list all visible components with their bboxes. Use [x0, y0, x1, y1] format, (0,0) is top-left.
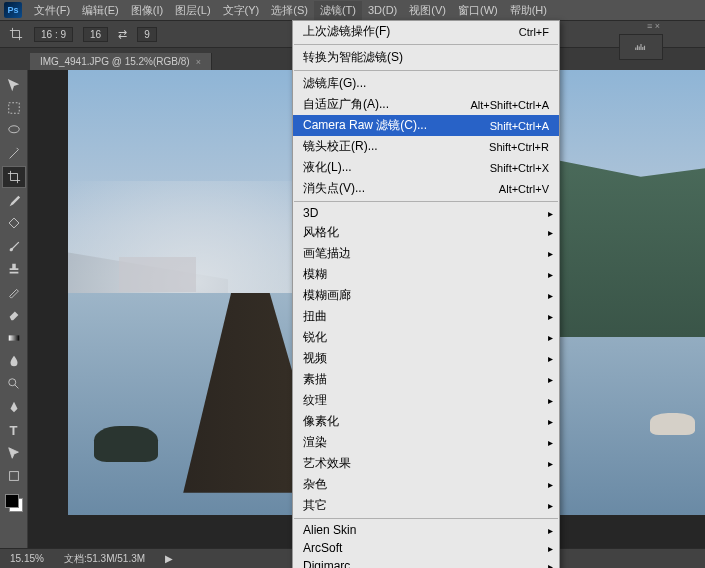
move-tool[interactable]: [2, 74, 26, 96]
menu-select[interactable]: 选择(S): [265, 1, 314, 20]
filter-menu-item-23[interactable]: Alien Skin: [293, 521, 559, 539]
menu-item-label: 3D: [303, 206, 318, 220]
menu-item-label: 扭曲: [303, 308, 327, 325]
menu-help[interactable]: 帮助(H): [504, 1, 553, 20]
menu-image[interactable]: 图像(I): [125, 1, 169, 20]
marquee-tool[interactable]: [2, 97, 26, 119]
menu-item-shortcut: Shift+Ctrl+A: [490, 120, 549, 132]
menu-item-shortcut: Alt+Ctrl+V: [499, 183, 549, 195]
filter-menu-item-2[interactable]: 滤镜库(G)...: [293, 73, 559, 94]
stamp-tool[interactable]: [2, 258, 26, 280]
ratio-w[interactable]: 16: [83, 27, 108, 42]
menu-bar: Ps 文件(F) 编辑(E) 图像(I) 图层(L) 文字(Y) 选择(S) 滤…: [0, 0, 705, 20]
menu-item-label: 素描: [303, 371, 327, 388]
menu-item-label: 渲染: [303, 434, 327, 451]
filter-menu-item-11[interactable]: 模糊: [293, 264, 559, 285]
filter-menu-item-10[interactable]: 画笔描边: [293, 243, 559, 264]
menu-item-label: 纹理: [303, 392, 327, 409]
filter-menu-item-1[interactable]: 转换为智能滤镜(S): [293, 47, 559, 68]
menu-item-shortcut: Shift+Ctrl+X: [490, 162, 549, 174]
ratio-preset[interactable]: 16 : 9: [34, 27, 73, 42]
pen-tool[interactable]: [2, 396, 26, 418]
filter-menu-item-18[interactable]: 像素化: [293, 411, 559, 432]
menu-edit[interactable]: 编辑(E): [76, 1, 125, 20]
history-brush-tool[interactable]: [2, 281, 26, 303]
menu-item-shortcut: Alt+Shift+Ctrl+A: [470, 99, 549, 111]
histogram-panel-icon[interactable]: [619, 34, 663, 60]
svg-point-1: [8, 126, 19, 133]
crop-tool[interactable]: [2, 166, 26, 188]
doc-size: 文档:51.3M/51.3M: [64, 552, 145, 566]
menu-item-label: 液化(L)...: [303, 159, 352, 176]
filter-menu-item-14[interactable]: 锐化: [293, 327, 559, 348]
filter-menu-dropdown: 上次滤镜操作(F)Ctrl+F转换为智能滤镜(S)滤镜库(G)...自适应广角(…: [292, 20, 560, 568]
menu-item-label: 艺术效果: [303, 455, 351, 472]
healing-tool[interactable]: [2, 212, 26, 234]
menu-item-label: 视频: [303, 350, 327, 367]
filter-menu-item-22[interactable]: 其它: [293, 495, 559, 516]
filter-menu-item-19[interactable]: 渲染: [293, 432, 559, 453]
document-tab[interactable]: IMG_4941.JPG @ 15.2%(RGB/8) ×: [30, 53, 212, 70]
type-tool[interactable]: T: [2, 419, 26, 441]
menu-separator: [294, 44, 558, 45]
menu-file[interactable]: 文件(F): [28, 1, 76, 20]
zoom-level[interactable]: 15.15%: [10, 553, 44, 564]
eraser-tool[interactable]: [2, 304, 26, 326]
color-swatches[interactable]: [5, 494, 23, 512]
filter-menu-item-17[interactable]: 纹理: [293, 390, 559, 411]
menu-filter[interactable]: 滤镜(T): [314, 1, 362, 20]
menu-item-label: 杂色: [303, 476, 327, 493]
image-boat2: [650, 413, 695, 435]
menu-item-label: Camera Raw 滤镜(C)...: [303, 117, 427, 134]
status-arrow-icon[interactable]: ▶: [165, 553, 173, 564]
path-tool[interactable]: [2, 442, 26, 464]
image-buildings: [119, 257, 196, 293]
close-tab-icon[interactable]: ×: [196, 57, 201, 67]
menu-item-label: 模糊画廊: [303, 287, 351, 304]
filter-menu-item-13[interactable]: 扭曲: [293, 306, 559, 327]
brush-tool[interactable]: [2, 235, 26, 257]
menu-3d[interactable]: 3D(D): [362, 2, 403, 18]
menu-item-shortcut: Shift+Ctrl+R: [489, 141, 549, 153]
dodge-tool[interactable]: [2, 373, 26, 395]
swap-icon[interactable]: ⇄: [118, 28, 127, 41]
menu-item-label: 锐化: [303, 329, 327, 346]
menu-separator: [294, 70, 558, 71]
filter-menu-item-6[interactable]: 液化(L)...Shift+Ctrl+X: [293, 157, 559, 178]
menu-item-label: 消失点(V)...: [303, 180, 365, 197]
filter-menu-item-0[interactable]: 上次滤镜操作(F)Ctrl+F: [293, 21, 559, 42]
menu-type[interactable]: 文字(Y): [217, 1, 266, 20]
wand-tool[interactable]: [2, 143, 26, 165]
menu-window[interactable]: 窗口(W): [452, 1, 504, 20]
ratio-h[interactable]: 9: [137, 27, 157, 42]
menu-item-label: 滤镜库(G)...: [303, 75, 366, 92]
gradient-tool[interactable]: [2, 327, 26, 349]
filter-menu-item-16[interactable]: 素描: [293, 369, 559, 390]
svg-rect-3: [8, 335, 19, 340]
filter-menu-item-21[interactable]: 杂色: [293, 474, 559, 495]
blur-tool[interactable]: [2, 350, 26, 372]
menu-item-label: 风格化: [303, 224, 339, 241]
app-logo: Ps: [4, 2, 22, 18]
menu-view[interactable]: 视图(V): [403, 1, 452, 20]
filter-menu-item-24[interactable]: ArcSoft: [293, 539, 559, 557]
filter-menu-item-3[interactable]: 自适应广角(A)...Alt+Shift+Ctrl+A: [293, 94, 559, 115]
filter-menu-item-15[interactable]: 视频: [293, 348, 559, 369]
menu-item-label: Alien Skin: [303, 523, 356, 537]
filter-menu-item-20[interactable]: 艺术效果: [293, 453, 559, 474]
eyedropper-tool[interactable]: [2, 189, 26, 211]
filter-menu-item-9[interactable]: 风格化: [293, 222, 559, 243]
filter-menu-item-8[interactable]: 3D: [293, 204, 559, 222]
svg-rect-0: [8, 103, 19, 114]
menu-layer[interactable]: 图层(L): [169, 1, 216, 20]
filter-menu-item-7[interactable]: 消失点(V)...Alt+Ctrl+V: [293, 178, 559, 199]
menu-item-label: 像素化: [303, 413, 339, 430]
shape-tool[interactable]: [2, 465, 26, 487]
filter-menu-item-4[interactable]: Camera Raw 滤镜(C)...Shift+Ctrl+A: [293, 115, 559, 136]
filter-menu-item-25[interactable]: Digimarc: [293, 557, 559, 568]
filter-menu-item-12[interactable]: 模糊画廊: [293, 285, 559, 306]
filter-menu-item-5[interactable]: 镜头校正(R)...Shift+Ctrl+R: [293, 136, 559, 157]
menu-item-shortcut: Ctrl+F: [519, 26, 549, 38]
lasso-tool[interactable]: [2, 120, 26, 142]
crop-tool-icon[interactable]: [8, 26, 24, 42]
